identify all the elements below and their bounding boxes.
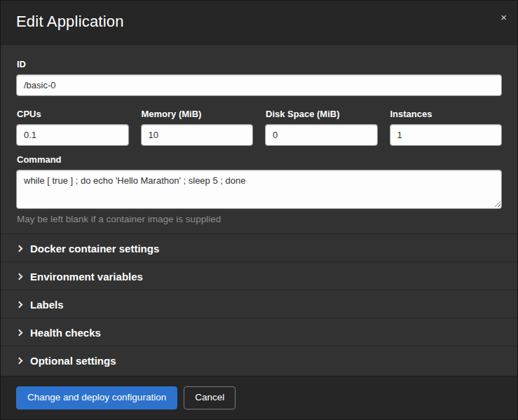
change-and-deploy-button[interactable]: Change and deploy configuration: [16, 386, 177, 409]
cpus-field: CPUs: [16, 100, 129, 146]
instances-field: Instances: [390, 100, 503, 146]
command-help-text: May be left blank if a container image i…: [17, 214, 502, 224]
section-label: Docker container settings: [30, 243, 159, 255]
modal-header: Edit Application ×: [1, 1, 517, 45]
form-area: ID CPUs Memory (MiB) Disk Space (MiB) In…: [1, 59, 517, 224]
disk-input[interactable]: [265, 124, 378, 146]
cpus-label: CPUs: [17, 109, 129, 119]
chevron-right-icon: [16, 329, 23, 336]
memory-field: Memory (MiB): [141, 100, 254, 146]
memory-label: Memory (MiB): [142, 109, 254, 119]
instances-input[interactable]: [390, 124, 503, 146]
cpus-input[interactable]: [16, 124, 129, 146]
modal-title: Edit Application: [16, 13, 502, 31]
section-optional-settings[interactable]: Optional settings: [1, 346, 517, 374]
id-label: ID: [17, 59, 502, 69]
command-label: Command: [17, 154, 502, 165]
edit-application-modal: Edit Application × ID CPUs Memory (MiB) …: [0, 0, 518, 420]
resources-row: CPUs Memory (MiB) Disk Space (MiB) Insta…: [16, 100, 502, 146]
command-field: while [ true ] ; do echo 'Hello Marathon…: [16, 170, 502, 209]
section-environment-variables[interactable]: Environment variables: [1, 262, 517, 290]
chevron-right-icon: [16, 301, 23, 308]
disk-field: Disk Space (MiB): [265, 100, 378, 146]
close-icon[interactable]: ×: [500, 12, 507, 22]
disk-label: Disk Space (MiB): [266, 109, 378, 119]
modal-footer: Change and deploy configuration Cancel: [1, 376, 517, 419]
chevron-right-icon: [16, 273, 23, 280]
section-label: Optional settings: [30, 355, 116, 367]
section-label: Health checks: [30, 327, 101, 339]
collapsible-sections: Docker container settings Environment va…: [1, 233, 517, 374]
section-docker-container-settings[interactable]: Docker container settings: [1, 233, 517, 262]
modal-body: ID CPUs Memory (MiB) Disk Space (MiB) In…: [1, 45, 517, 376]
section-label: Labels: [30, 299, 64, 311]
section-labels[interactable]: Labels: [1, 290, 517, 318]
cancel-button[interactable]: Cancel: [184, 386, 236, 409]
section-label: Environment variables: [30, 271, 143, 283]
command-input[interactable]: while [ true ] ; do echo 'Hello Marathon…: [16, 170, 502, 209]
id-input[interactable]: [16, 74, 502, 96]
section-health-checks[interactable]: Health checks: [1, 318, 517, 346]
chevron-right-icon: [16, 357, 23, 364]
instances-label: Instances: [390, 109, 503, 119]
chevron-right-icon: [16, 245, 23, 252]
memory-input[interactable]: [141, 124, 254, 146]
